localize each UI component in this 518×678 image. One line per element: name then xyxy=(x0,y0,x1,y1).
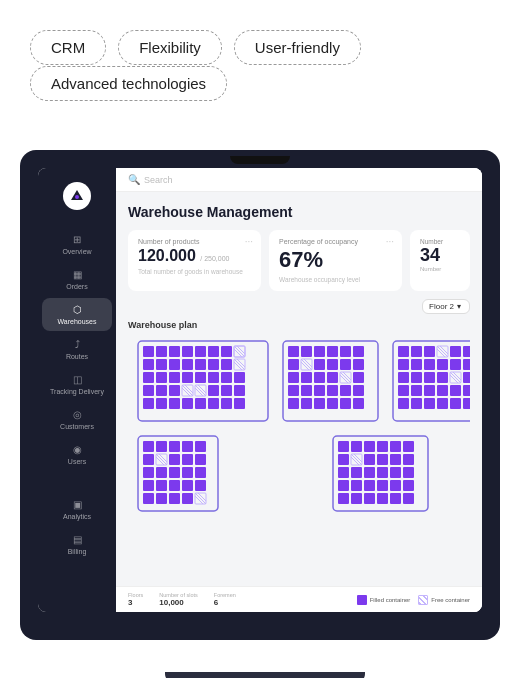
svg-rect-152 xyxy=(195,480,206,491)
svg-rect-124 xyxy=(411,398,422,409)
svg-rect-79 xyxy=(353,372,364,383)
svg-rect-116 xyxy=(463,372,470,383)
svg-rect-50 xyxy=(182,398,193,409)
svg-point-0 xyxy=(75,195,79,199)
svg-rect-194 xyxy=(403,493,414,504)
svg-line-10 xyxy=(234,346,245,357)
svg-rect-18 xyxy=(195,359,206,370)
svg-rect-175 xyxy=(390,454,401,465)
svg-rect-108 xyxy=(398,372,409,383)
sidebar-item-overview[interactable]: ⊞ Overview xyxy=(42,228,112,261)
billing-icon: ▤ xyxy=(73,534,82,545)
legend-filled: Filled container xyxy=(357,595,411,605)
floor-select-dropdown[interactable]: Floor 2 ▾ xyxy=(422,299,470,314)
tag-userfriendly[interactable]: User-friendly xyxy=(234,30,361,65)
svg-rect-155 xyxy=(169,493,180,504)
svg-rect-180 xyxy=(377,467,388,478)
svg-rect-16 xyxy=(169,359,180,370)
svg-rect-80 xyxy=(288,385,299,396)
sidebar-item-warehouses[interactable]: ⬡ Warehouses xyxy=(42,298,112,331)
svg-line-21 xyxy=(234,359,245,370)
sidebar-item-routes[interactable]: ⤴ Routes xyxy=(42,333,112,366)
svg-rect-5 xyxy=(182,346,193,357)
svg-rect-153 xyxy=(143,493,154,504)
sidebar-item-analytics[interactable]: ▣ Analytics xyxy=(42,493,112,526)
card-number: Number 34 Number xyxy=(410,230,470,291)
card-occupancy-menu[interactable]: ··· xyxy=(386,236,394,247)
sidebar: ⊞ Overview ▦ Orders ⬡ Warehouses ⤴ Route… xyxy=(38,168,116,612)
svg-rect-52 xyxy=(208,398,219,409)
cards-row: ··· Number of products 120.000 / 250,000… xyxy=(128,230,470,291)
svg-rect-150 xyxy=(169,480,180,491)
sidebar-item-users[interactable]: ◉ Users xyxy=(42,438,112,471)
svg-rect-110 xyxy=(424,372,435,383)
svg-rect-173 xyxy=(364,454,375,465)
card-occupancy-value: 67% xyxy=(279,247,392,273)
svg-rect-54 xyxy=(234,398,245,409)
sidebar-item-tracking[interactable]: ◫ Tracking Delivery xyxy=(42,368,112,401)
svg-rect-74 xyxy=(327,372,338,383)
legend-free: Free container xyxy=(418,595,470,605)
svg-rect-56 xyxy=(288,346,299,357)
svg-rect-121 xyxy=(450,385,461,396)
svg-rect-7 xyxy=(208,346,219,357)
overview-icon: ⊞ xyxy=(73,234,81,245)
card-number-value: 34 xyxy=(420,245,460,266)
svg-rect-183 xyxy=(338,480,349,491)
svg-line-63 xyxy=(301,359,312,370)
svg-rect-125 xyxy=(424,398,435,409)
main-content: 🔍 Search Warehouse Management ··· Number… xyxy=(116,168,482,612)
svg-rect-6 xyxy=(195,346,206,357)
sidebar-item-customers[interactable]: ◎ Customers xyxy=(42,403,112,436)
card-occupancy: ··· Percentage of occupancy 67% Warehous… xyxy=(269,230,402,291)
page-title: Warehouse Management xyxy=(128,204,470,220)
svg-rect-89 xyxy=(327,398,338,409)
svg-rect-58 xyxy=(314,346,325,357)
svg-line-40 xyxy=(195,385,206,396)
svg-rect-2 xyxy=(143,346,154,357)
svg-rect-68 xyxy=(327,359,338,370)
sidebar-item-orders[interactable]: ▦ Orders xyxy=(42,263,112,296)
svg-rect-105 xyxy=(437,359,448,370)
stat-foremen: Foremen 6 xyxy=(214,592,236,607)
svg-rect-165 xyxy=(377,441,388,452)
svg-line-36 xyxy=(182,385,193,396)
svg-rect-131 xyxy=(156,441,167,452)
tag-crm[interactable]: CRM xyxy=(30,30,106,65)
svg-rect-186 xyxy=(377,480,388,491)
search-input[interactable]: Search xyxy=(144,175,173,185)
svg-rect-134 xyxy=(195,441,206,452)
svg-rect-47 xyxy=(143,398,154,409)
svg-rect-193 xyxy=(390,493,401,504)
tag-advanced-technologies[interactable]: Advanced technologies xyxy=(30,66,227,101)
card-products-menu[interactable]: ··· xyxy=(245,236,253,247)
legend-filled-label: Filled container xyxy=(370,597,411,603)
svg-rect-26 xyxy=(156,372,167,383)
sidebar-item-billing[interactable]: ▤ Billing xyxy=(42,528,112,561)
svg-rect-91 xyxy=(353,398,364,409)
topbar: 🔍 Search xyxy=(116,168,482,192)
svg-rect-27 xyxy=(169,372,180,383)
card-products-desc: Total number of goods in warehouse xyxy=(138,268,251,275)
svg-rect-149 xyxy=(156,480,167,491)
svg-rect-132 xyxy=(169,441,180,452)
tag-flexibility[interactable]: Flexibility xyxy=(118,30,222,65)
tags-row1: CRM Flexibility User-friendly xyxy=(0,0,518,75)
svg-rect-4 xyxy=(169,346,180,357)
stat-foremen-value: 6 xyxy=(214,598,236,607)
svg-rect-69 xyxy=(340,359,351,370)
screen: ⊞ Overview ▦ Orders ⬡ Warehouses ⤴ Route… xyxy=(38,168,482,612)
warehouse-grid-svg: + − xyxy=(128,336,470,521)
svg-rect-44 xyxy=(208,385,219,396)
svg-rect-162 xyxy=(338,441,349,452)
svg-rect-33 xyxy=(143,385,154,396)
svg-rect-128 xyxy=(463,398,470,409)
svg-rect-179 xyxy=(364,467,375,478)
svg-rect-123 xyxy=(398,398,409,409)
svg-rect-8 xyxy=(221,346,232,357)
laptop-wrapper: ⊞ Overview ▦ Orders ⬡ Warehouses ⤴ Route… xyxy=(20,150,518,678)
svg-rect-103 xyxy=(411,359,422,370)
svg-rect-176 xyxy=(403,454,414,465)
laptop-body: ⊞ Overview ▦ Orders ⬡ Warehouses ⤴ Route… xyxy=(20,150,500,640)
svg-rect-133 xyxy=(182,441,193,452)
